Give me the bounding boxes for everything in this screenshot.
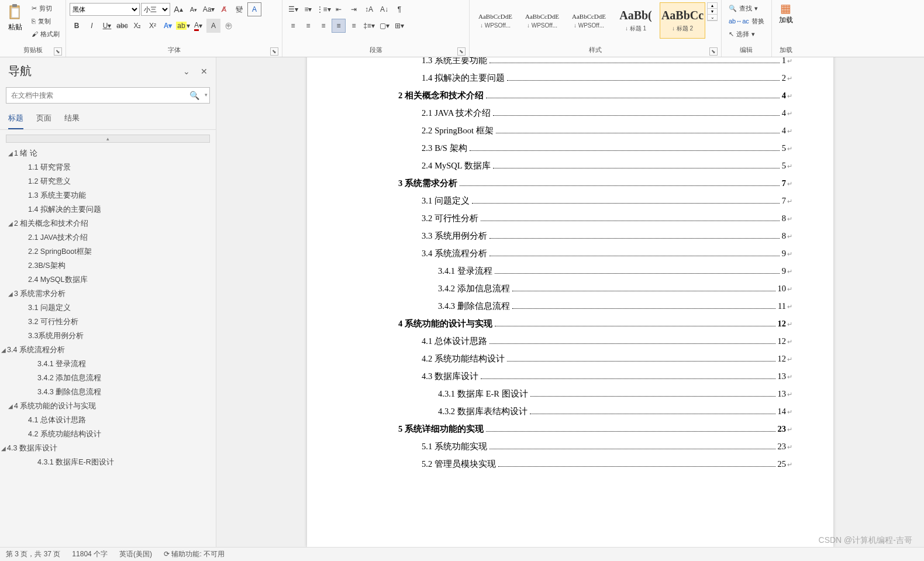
change-case-button[interactable]: Aa▾: [202, 2, 216, 16]
font-launcher[interactable]: ⬊: [270, 47, 278, 56]
toc-row[interactable]: 3.4.2 添加信息流程10↵: [307, 283, 792, 301]
toc-row[interactable]: 5.2 管理员模块实现25↵: [307, 459, 792, 476]
toc-row[interactable]: 3 系统需求分析7↵: [307, 178, 792, 195]
nav-tree-item[interactable]: 3.4.2 添加信息流程: [0, 371, 216, 385]
char-shading-button[interactable]: A: [206, 19, 220, 33]
subscript-button[interactable]: X₂: [130, 19, 144, 33]
search-icon[interactable]: 🔍: [189, 91, 199, 100]
nav-tree-item[interactable]: 3.4.3 删除信息流程: [0, 385, 216, 399]
nav-collapse-bar[interactable]: ▴: [6, 135, 210, 143]
text-direction-button[interactable]: ↕A: [362, 2, 376, 16]
nav-tree-item[interactable]: ◢1 绪 论: [0, 146, 216, 160]
toc-row[interactable]: 4.2 系统功能结构设计12↵: [307, 353, 792, 371]
nav-tree-item[interactable]: 3.4.1 登录流程: [0, 357, 216, 371]
clear-format-button[interactable]: A̸: [217, 2, 231, 16]
toc-row[interactable]: 4.3 数据库设计13↵: [307, 371, 792, 388]
enclose-char-button[interactable]: ㊥: [222, 19, 236, 33]
nav-chevron-down-icon[interactable]: ⌄: [183, 67, 190, 76]
find-button[interactable]: 🔍查找 ▾: [728, 2, 766, 14]
underline-button[interactable]: U▾: [100, 19, 114, 33]
toc-row[interactable]: 5.1 系统功能实现23↵: [307, 441, 792, 459]
toc-row[interactable]: 1.4 拟解决的主要问题2↵: [307, 73, 792, 90]
paste-button[interactable]: 粘贴: [2, 1, 28, 42]
nav-close-icon[interactable]: ✕: [201, 67, 208, 76]
status-words[interactable]: 11804 个字: [72, 549, 108, 559]
phonetic-button[interactable]: 變: [232, 2, 246, 16]
nav-tree-item[interactable]: 1.4 拟解决的主要问题: [0, 202, 216, 216]
toc-row[interactable]: 3.4.1 登录流程9↵: [307, 266, 792, 283]
align-justify-button[interactable]: ≡: [332, 19, 346, 33]
addin-button[interactable]: ▦ 加载: [774, 1, 798, 25]
align-left-button[interactable]: ≡: [286, 19, 300, 33]
nav-tree-item[interactable]: ◢4 系统功能的设计与实现: [0, 399, 216, 413]
nav-tree-item[interactable]: 3.2 可行性分析: [0, 315, 216, 329]
show-marks-button[interactable]: ¶: [392, 2, 406, 16]
style-gallery-more[interactable]: ▴▾⌄: [707, 2, 718, 21]
toc-row[interactable]: 4.3.2 数据库表结构设计14↵: [307, 406, 792, 424]
search-dropdown-icon[interactable]: ▾: [205, 92, 208, 98]
nav-tree-item[interactable]: 3.1 问题定义: [0, 301, 216, 315]
toc-row[interactable]: 3.4.3 删除信息流程11↵: [307, 301, 792, 318]
tab-pages[interactable]: 页面: [36, 113, 51, 129]
nav-tree-item[interactable]: 2.4 MySQL数据库: [0, 273, 216, 287]
paragraph-launcher[interactable]: ⬊: [457, 47, 466, 56]
status-page[interactable]: 第 3 页，共 37 页: [6, 549, 60, 559]
nav-tree-item[interactable]: 1.2 研究意义: [0, 174, 216, 188]
multilevel-button[interactable]: ⋮≡▾: [316, 2, 330, 16]
char-border-button[interactable]: A: [247, 2, 261, 16]
toc-row[interactable]: 3.4 系统流程分析9↵: [307, 248, 792, 266]
toc-row[interactable]: 5 系统详细功能的实现23↵: [307, 424, 792, 441]
toc-row[interactable]: 3.3 系统用例分析8↵: [307, 230, 792, 248]
shading-button[interactable]: ▢▾: [377, 19, 391, 33]
superscript-button[interactable]: X²: [146, 19, 160, 33]
select-button[interactable]: ↖选择 ▾: [728, 28, 766, 40]
format-painter-button[interactable]: 🖌格式刷: [30, 28, 61, 40]
cut-button[interactable]: ✂剪切: [30, 2, 61, 14]
nav-tree-item[interactable]: 4.3.1 数据库E-R图设计: [0, 455, 216, 469]
tab-results[interactable]: 结果: [64, 113, 80, 129]
clipboard-launcher[interactable]: ⬊: [54, 47, 62, 56]
tab-headings[interactable]: 标题: [8, 113, 23, 129]
nav-tree-item[interactable]: 2.2 SpringBoot框架: [0, 245, 216, 259]
sort-button[interactable]: A↓: [377, 2, 391, 16]
align-center-button[interactable]: ≡: [301, 19, 315, 33]
style-item[interactable]: AaBbCcDdE↓ WPSOff...: [473, 2, 518, 39]
nav-tree-item[interactable]: 2.3B/S架构: [0, 259, 216, 273]
copy-button[interactable]: ⎘复制: [30, 15, 61, 27]
font-size-combo[interactable]: 小三: [141, 3, 170, 16]
toc-row[interactable]: 2 相关概念和技术介绍4↵: [307, 90, 792, 108]
toc-row[interactable]: 4.3.1 数据库 E-R 图设计13↵: [307, 388, 792, 406]
style-item[interactable]: AaBb(↓ 标题 1: [613, 2, 658, 39]
nav-tree-item[interactable]: 1.1 研究背景: [0, 160, 216, 174]
style-item[interactable]: AaBbCc↓ 标题 2: [660, 2, 705, 39]
line-spacing-button[interactable]: ‡≡▾: [362, 19, 376, 33]
toc-row[interactable]: 4.1 总体设计思路12↵: [307, 336, 792, 353]
increase-indent-button[interactable]: ⇥: [347, 2, 361, 16]
toc-row[interactable]: 3.1 问题定义7↵: [307, 195, 792, 213]
font-name-combo[interactable]: 黑体: [70, 3, 140, 16]
font-color-button[interactable]: A▾: [191, 19, 205, 33]
shrink-font-button[interactable]: A▾: [187, 2, 201, 16]
styles-launcher[interactable]: ⬊: [709, 47, 718, 56]
status-language[interactable]: 英语(美国): [119, 549, 152, 559]
toc-row[interactable]: 4 系统功能的设计与实现12↵: [307, 318, 792, 336]
nav-tree-item[interactable]: 2.1 JAVA技术介绍: [0, 230, 216, 245]
status-accessibility[interactable]: ⟳ 辅助功能: 不可用: [164, 549, 225, 559]
style-item[interactable]: AaBbCcDdE↓ WPSOff...: [566, 2, 612, 39]
toc-row[interactable]: 2.1 JAVA 技术介绍4↵: [307, 108, 792, 125]
nav-tree-item[interactable]: ◢3 系统需求分析: [0, 287, 216, 301]
toc-row[interactable]: 2.3B/S 架构5↵: [307, 143, 792, 160]
nav-tree-item[interactable]: 4.2 系统功能结构设计: [0, 427, 216, 441]
nav-tree-item[interactable]: ◢2 相关概念和技术介绍: [0, 216, 216, 230]
strike-button[interactable]: abc: [115, 19, 129, 33]
text-effects-button[interactable]: A▾: [161, 19, 175, 33]
nav-search-input[interactable]: [6, 87, 210, 104]
italic-button[interactable]: I: [85, 19, 99, 33]
replace-button[interactable]: ab↔ac替换: [728, 15, 766, 27]
toc-row[interactable]: 1.3 系统主要功能1↵: [307, 57, 792, 73]
nav-tree-item[interactable]: 3.3系统用例分析: [0, 329, 216, 343]
borders-button[interactable]: ⊞▾: [392, 19, 406, 33]
style-item[interactable]: AaBbCcDdE↓ WPSOff...: [519, 2, 565, 39]
nav-tree-item[interactable]: 4.1 总体设计思路: [0, 413, 216, 427]
toc-row[interactable]: 2.4MySQL 数据库5↵: [307, 160, 792, 178]
